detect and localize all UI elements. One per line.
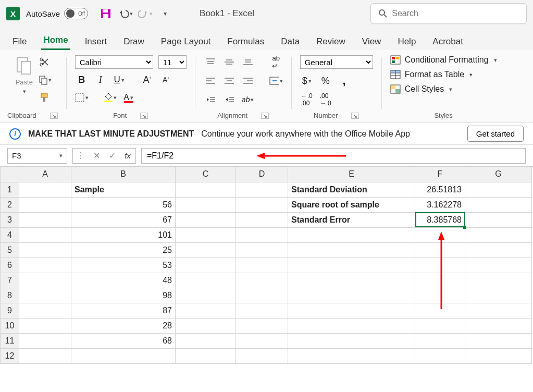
cell-G12[interactable] <box>465 348 532 363</box>
qat-more-button[interactable]: ▾ <box>158 6 172 21</box>
cell-B9[interactable]: 87 <box>71 303 176 318</box>
font-size-select[interactable]: 11 <box>158 55 187 69</box>
col-header-A[interactable]: A <box>19 167 71 182</box>
cell-A11[interactable] <box>19 333 71 348</box>
cell-C2[interactable] <box>176 197 236 212</box>
cell-E10[interactable] <box>288 318 415 333</box>
cell-B6[interactable]: 53 <box>71 258 176 273</box>
cell-E2[interactable]: Square root of sample <box>288 197 415 212</box>
row-header[interactable]: 8 <box>1 288 19 303</box>
cell-F9[interactable] <box>415 303 465 318</box>
col-header-G[interactable]: G <box>465 167 532 182</box>
cell-A2[interactable] <box>19 197 71 212</box>
format-as-table-button[interactable]: Format as Table▾ <box>390 70 497 79</box>
cell-F7[interactable] <box>415 273 465 288</box>
merge-center-button[interactable]: ▾ <box>269 74 283 88</box>
row-header[interactable]: 6 <box>1 258 19 273</box>
conditional-formatting-button[interactable]: Conditional Formatting▾ <box>390 55 497 65</box>
fill-color-button[interactable]: ▾ <box>103 91 117 104</box>
cell-E9[interactable] <box>288 303 415 318</box>
cell-B2[interactable]: 56 <box>71 197 176 212</box>
cell-G7[interactable] <box>465 273 532 288</box>
cell-E8[interactable] <box>288 288 415 303</box>
cell-G3[interactable] <box>465 212 532 227</box>
cell-D8[interactable] <box>236 288 288 303</box>
save-button[interactable] <box>98 6 113 21</box>
cell-B8[interactable]: 98 <box>71 288 176 303</box>
autosave-control[interactable]: AutoSave Off <box>26 8 88 19</box>
cell-A8[interactable] <box>19 288 71 303</box>
cell-C9[interactable] <box>176 303 236 318</box>
cell-E3[interactable]: Standard Error <box>288 212 415 227</box>
redo-button[interactable]: ▾ <box>138 6 153 21</box>
cell-B5[interactable]: 25 <box>71 242 176 258</box>
tab-draw[interactable]: Draw <box>121 33 146 50</box>
row-header[interactable]: 12 <box>1 348 19 363</box>
cell-F1[interactable]: 26.51813 <box>415 182 465 197</box>
row-header[interactable]: 9 <box>1 303 19 318</box>
align-left-button[interactable] <box>204 74 217 88</box>
cell-E1[interactable]: Standard Deviation <box>288 182 415 197</box>
cell-D5[interactable] <box>236 242 288 258</box>
cell-E7[interactable] <box>288 273 415 288</box>
autosave-toggle[interactable]: Off <box>64 8 88 19</box>
undo-button[interactable]: ▾ <box>118 6 133 21</box>
cell-C6[interactable] <box>176 258 236 273</box>
formula-input[interactable] <box>147 151 251 161</box>
row-header[interactable]: 2 <box>1 197 19 212</box>
name-box[interactable]: F3 ▾ <box>7 148 67 164</box>
cell-C8[interactable] <box>176 288 236 303</box>
cell-F10[interactable] <box>415 318 465 333</box>
number-launcher[interactable]: ↘ <box>351 113 359 119</box>
cell-D1[interactable] <box>236 182 288 197</box>
cell-C3[interactable] <box>176 212 236 227</box>
row-header[interactable]: 11 <box>1 333 19 348</box>
copy-button[interactable]: ▾ <box>38 73 52 87</box>
cell-B4[interactable]: 101 <box>71 227 176 242</box>
cell-D3[interactable] <box>236 212 288 227</box>
underline-button[interactable]: U▾ <box>113 73 126 87</box>
cell-G5[interactable] <box>465 242 532 258</box>
align-middle-button[interactable] <box>222 55 236 69</box>
font-name-select[interactable]: Calibri <box>75 55 153 69</box>
font-launcher[interactable]: ↘ <box>140 113 148 119</box>
row-header[interactable]: 3 <box>1 212 19 227</box>
format-painter-button[interactable] <box>38 91 52 104</box>
tab-acrobat[interactable]: Acrobat <box>430 33 465 50</box>
select-all-corner[interactable] <box>1 167 19 182</box>
paste-button[interactable]: Paste ▾ <box>13 55 35 95</box>
row-header[interactable]: 4 <box>1 227 19 242</box>
number-format-select[interactable]: General <box>300 55 373 69</box>
cell-B11[interactable]: 68 <box>71 333 176 348</box>
borders-button[interactable]: ▾ <box>75 91 89 104</box>
bold-button[interactable]: B <box>75 73 89 87</box>
insert-function-button[interactable]: fx <box>120 151 135 160</box>
cell-A10[interactable] <box>19 318 71 333</box>
cell-G8[interactable] <box>465 288 532 303</box>
cell-C1[interactable] <box>176 182 236 197</box>
shrink-font-button[interactable]: A↓ <box>159 73 173 87</box>
cell-A9[interactable] <box>19 303 71 318</box>
tab-file[interactable]: File <box>10 33 29 50</box>
cell-C11[interactable] <box>176 333 236 348</box>
cell-B12[interactable] <box>71 348 176 363</box>
cell-D10[interactable] <box>236 318 288 333</box>
get-started-button[interactable]: Get started <box>467 126 524 142</box>
align-right-button[interactable] <box>241 74 255 88</box>
cell-C10[interactable] <box>176 318 236 333</box>
cell-A4[interactable] <box>19 227 71 242</box>
grow-font-button[interactable]: A↑ <box>141 73 154 87</box>
cell-F12[interactable] <box>415 348 465 363</box>
cancel-formula-button[interactable]: ✕ <box>89 151 104 161</box>
clipboard-launcher[interactable]: ↘ <box>50 113 58 119</box>
col-header-F[interactable]: F <box>415 167 465 182</box>
worksheet[interactable]: A B C D E F G 1SampleStandard Deviation2… <box>0 167 533 364</box>
cell-A6[interactable] <box>19 258 71 273</box>
decrease-indent-button[interactable] <box>204 93 217 106</box>
formula-more-button[interactable]: ⋮ <box>73 151 89 161</box>
cell-E11[interactable] <box>288 333 415 348</box>
align-bottom-button[interactable] <box>241 55 255 69</box>
cell-G2[interactable] <box>465 197 532 212</box>
row-header[interactable]: 5 <box>1 242 19 258</box>
currency-button[interactable]: $▾ <box>300 74 314 88</box>
